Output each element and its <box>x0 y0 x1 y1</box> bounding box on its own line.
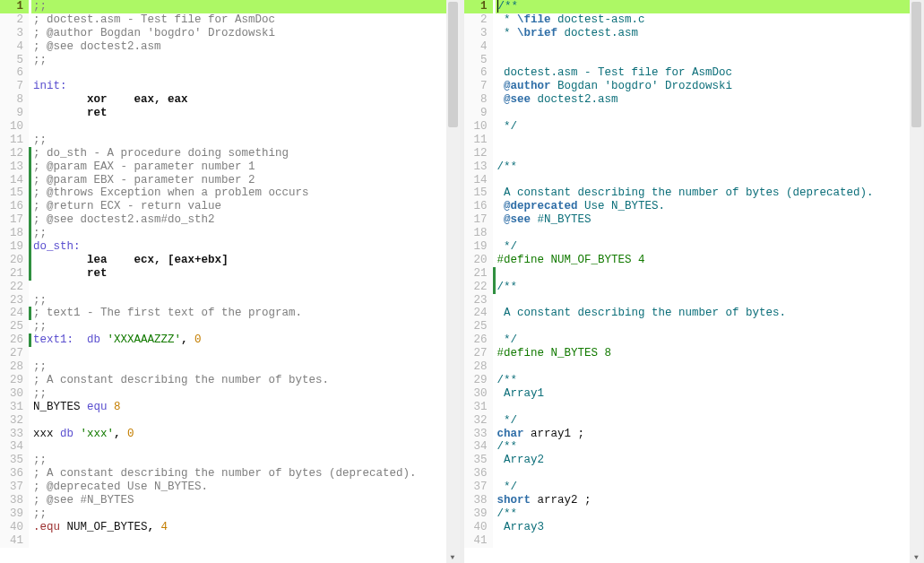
scroll-down-icon[interactable]: ▼ <box>910 550 923 563</box>
code-line[interactable]: 39;; <box>0 507 460 521</box>
code-line[interactable]: 26 */ <box>464 333 924 347</box>
code-content[interactable]: #define N_BYTES 8 <box>496 347 924 360</box>
code-line[interactable]: 9 <box>464 107 924 120</box>
code-content[interactable]: ;; <box>31 507 460 521</box>
code-content[interactable]: */ <box>496 414 924 428</box>
code-line[interactable]: 35;; <box>0 454 460 467</box>
code-line[interactable]: 1;; <box>0 0 460 13</box>
code-content[interactable]: text1: db 'XXXAAAZZZ', 0 <box>31 333 460 347</box>
code-line[interactable]: 37; @deprecated Use N_BYTES. <box>0 481 460 494</box>
code-line[interactable]: 17 @see #N_BYTES <box>464 213 924 227</box>
code-content[interactable] <box>496 54 924 67</box>
code-line[interactable]: 2 * \file doctest-asm.c <box>464 13 924 27</box>
code-line[interactable]: 24; text1 - The first text of the progra… <box>0 307 460 320</box>
code-line[interactable]: 28;; <box>0 360 460 374</box>
code-content[interactable] <box>496 107 924 120</box>
code-content[interactable]: ;; <box>31 0 460 13</box>
code-line[interactable]: 40 Array3 <box>464 521 924 534</box>
code-line[interactable]: 4; @see doctest2.asm <box>0 40 460 54</box>
code-line[interactable]: 1/** <box>464 0 924 13</box>
code-content[interactable]: A constant describing the number of byte… <box>496 186 924 200</box>
code-content[interactable]: */ <box>496 240 924 254</box>
code-line[interactable]: 5;; <box>0 54 460 67</box>
code-content[interactable]: ret <box>31 107 460 120</box>
code-content[interactable]: ; A constant describing the number of by… <box>31 467 460 481</box>
code-line[interactable]: 10 <box>0 120 460 134</box>
code-line[interactable]: 9 ret <box>0 107 460 120</box>
code-content[interactable]: short array2 ; <box>496 494 924 507</box>
code-line[interactable]: 21 <box>464 267 924 281</box>
code-content[interactable]: ;; <box>31 320 460 333</box>
code-line[interactable]: 19do_sth: <box>0 240 460 254</box>
code-line[interactable]: 6 doctest.asm - Test file for AsmDoc <box>464 66 924 80</box>
code-line[interactable]: 8 xor eax, eax <box>0 93 460 107</box>
code-line[interactable]: 24 A constant describing the number of b… <box>464 307 924 320</box>
code-line[interactable]: 18 <box>464 227 924 240</box>
code-line[interactable]: 41 <box>0 534 460 548</box>
code-line[interactable]: 27 <box>0 347 460 360</box>
right-scrollbar-thumb[interactable] <box>911 2 921 127</box>
code-content[interactable]: /** <box>496 281 924 294</box>
code-line[interactable]: 32 */ <box>464 414 924 428</box>
code-content[interactable]: ;; <box>31 387 460 401</box>
code-line[interactable]: 29/** <box>464 374 924 387</box>
code-content[interactable]: * \file doctest-asm.c <box>496 13 924 27</box>
code-content[interactable]: init: <box>31 80 460 93</box>
code-content[interactable]: ;; <box>31 360 460 374</box>
code-line[interactable]: 25;; <box>0 320 460 333</box>
code-line[interactable]: 35 Array2 <box>464 454 924 467</box>
code-line[interactable]: 38short array2 ; <box>464 494 924 507</box>
code-line[interactable]: 32 <box>0 414 460 428</box>
code-line[interactable]: 36 <box>464 467 924 481</box>
code-content[interactable]: #define NUM_OF_BYTES 4 <box>496 254 924 267</box>
code-content[interactable]: /** <box>496 374 924 387</box>
code-line[interactable]: 12; do_sth - A procedure doing something <box>0 147 460 160</box>
code-content[interactable]: ; text1 - The first text of the program. <box>31 307 460 320</box>
code-content[interactable] <box>496 134 924 147</box>
code-content[interactable]: N_BYTES equ 8 <box>31 401 460 414</box>
code-content[interactable]: ret <box>31 267 460 281</box>
code-content[interactable] <box>496 174 924 187</box>
code-line[interactable]: 21 ret <box>0 267 460 281</box>
code-line[interactable]: 34/** <box>464 440 924 454</box>
code-content[interactable] <box>31 120 460 134</box>
code-content[interactable]: ;; <box>31 134 460 147</box>
code-content[interactable]: char array1 ; <box>496 428 924 441</box>
code-content[interactable] <box>496 360 924 374</box>
code-line[interactable]: 16 @deprecated Use N_BYTES. <box>464 200 924 213</box>
code-content[interactable]: * \brief doctest.asm <box>496 27 924 40</box>
code-line[interactable]: 33char array1 ; <box>464 428 924 441</box>
code-content[interactable]: ; @throws Exception when a problem occur… <box>31 186 460 200</box>
code-line[interactable]: 8 @see doctest2.asm <box>464 93 924 107</box>
code-content[interactable]: ; @see doctest2.asm <box>31 40 460 54</box>
code-line[interactable]: 27#define N_BYTES 8 <box>464 347 924 360</box>
code-content[interactable] <box>31 534 460 548</box>
code-content[interactable] <box>31 66 460 80</box>
code-line[interactable]: 14; @param EBX - parameter number 2 <box>0 174 460 187</box>
code-content[interactable]: ; doctest.asm - Test file for AsmDoc <box>31 13 460 27</box>
code-content[interactable]: .equ NUM_OF_BYTES, 4 <box>31 521 460 534</box>
code-content[interactable] <box>496 534 924 548</box>
code-line[interactable]: 5 <box>464 54 924 67</box>
code-line[interactable]: 11;; <box>0 134 460 147</box>
code-content[interactable] <box>31 347 460 360</box>
code-line[interactable]: 13; @param EAX - parameter number 1 <box>0 160 460 174</box>
code-content[interactable]: @author Bogdan 'bogdro' Drozdowski <box>496 80 924 93</box>
code-content[interactable] <box>496 267 924 281</box>
code-line[interactable]: 20 lea ecx, [eax+ebx] <box>0 254 460 267</box>
code-line[interactable]: 6 <box>0 66 460 80</box>
code-line[interactable]: 38; @see #N_BYTES <box>0 494 460 507</box>
code-content[interactable]: /** <box>496 160 924 174</box>
code-line[interactable]: 7 @author Bogdan 'bogdro' Drozdowski <box>464 80 924 93</box>
code-line[interactable]: 2; doctest.asm - Test file for AsmDoc <box>0 13 460 27</box>
code-content[interactable]: */ <box>496 481 924 494</box>
code-line[interactable]: 12 <box>464 147 924 160</box>
code-line[interactable]: 39/** <box>464 507 924 521</box>
code-line[interactable]: 25 <box>464 320 924 333</box>
code-line[interactable]: 4 <box>464 40 924 54</box>
code-line[interactable]: 41 <box>464 534 924 548</box>
code-content[interactable]: */ <box>496 333 924 347</box>
code-content[interactable]: ; @deprecated Use N_BYTES. <box>31 481 460 494</box>
code-content[interactable]: ; A constant describing the number of by… <box>31 374 460 387</box>
code-line[interactable]: 13/** <box>464 160 924 174</box>
